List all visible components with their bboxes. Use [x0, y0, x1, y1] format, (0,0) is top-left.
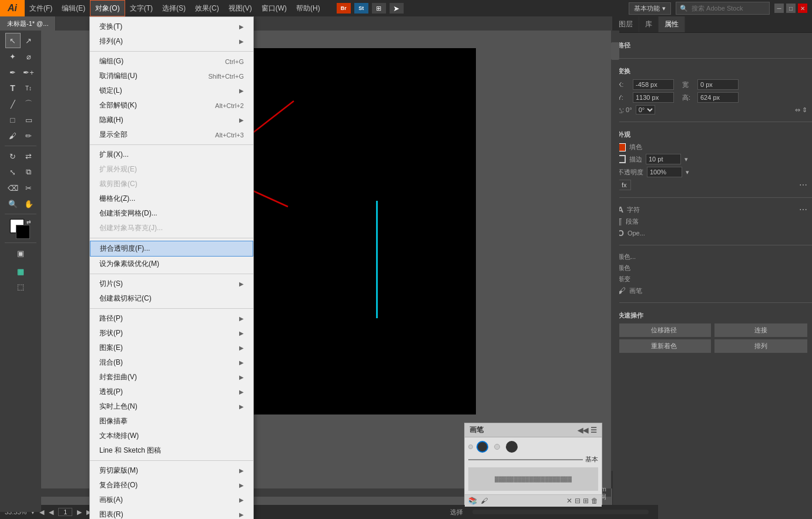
- brush-trash-icon[interactable]: ⊞: [583, 497, 589, 505]
- menu-line-sketch[interactable]: Line 和 Sketch 图稿: [90, 443, 253, 458]
- scissors-tool[interactable]: ✂: [21, 180, 36, 196]
- align-button[interactable]: 排列: [714, 339, 808, 353]
- tab-library[interactable]: 库: [639, 16, 659, 32]
- menu-pattern[interactable]: 图案(E) ▶: [90, 341, 253, 355]
- brush-add-icon[interactable]: ✕: [566, 497, 572, 505]
- lasso-tool[interactable]: ⌀: [21, 49, 36, 64]
- h-input[interactable]: [697, 92, 739, 103]
- scale-tool[interactable]: ⤡: [5, 164, 21, 180]
- st-button[interactable]: St: [354, 3, 368, 14]
- fx-button[interactable]: fx: [618, 180, 631, 190]
- menu-transform[interactable]: 变换(T) ▶: [90, 19, 253, 34]
- brush-settings-icon[interactable]: 🗑: [591, 497, 598, 505]
- brush-copy-icon[interactable]: ⊟: [575, 497, 581, 505]
- rect-tool[interactable]: □: [5, 112, 21, 127]
- line-tool[interactable]: ╱: [5, 96, 21, 112]
- menu-file[interactable]: 文件(F): [25, 0, 57, 16]
- type-tool[interactable]: T: [5, 80, 21, 96]
- swap-colors-icon[interactable]: ⇄: [26, 219, 31, 225]
- menu-show-all[interactable]: 显示全部 Alt+Ctrl+3: [90, 127, 253, 142]
- menu-select[interactable]: 选择(S): [157, 0, 190, 16]
- menu-compound-path[interactable]: 复合路径(O) ▶: [90, 478, 253, 493]
- menu-graph[interactable]: 图表(R) ▶: [90, 507, 253, 519]
- brush-tool[interactable]: 🖌: [5, 128, 21, 143]
- menu-path[interactable]: 路径(P) ▶: [90, 311, 253, 326]
- search-input[interactable]: [688, 4, 764, 13]
- menu-unlock-all[interactable]: 全部解锁(K) Alt+Ctrl+2: [90, 98, 253, 113]
- menu-perspective[interactable]: 透视(P) ▶: [90, 385, 253, 399]
- rotate-tool[interactable]: ↻: [5, 149, 21, 164]
- document-tab[interactable]: 未标题-1* @...: [0, 16, 56, 31]
- change-screen-mode[interactable]: ▣: [13, 245, 28, 261]
- menu-live-paint[interactable]: 实时上色(N) ▶: [90, 399, 253, 414]
- menu-image-trace[interactable]: 图像描摹: [90, 414, 253, 429]
- opacity-input[interactable]: [647, 167, 682, 177]
- brush-dot-4[interactable]: [506, 441, 518, 453]
- brush-dot-1[interactable]: [468, 444, 473, 449]
- canvas-scrollbar-v[interactable]: [611, 31, 619, 471]
- artboard-tool[interactable]: ⬚: [13, 279, 28, 294]
- menu-group-item[interactable]: 编组(G) Ctrl+G: [90, 54, 253, 69]
- direct-select-tool[interactable]: ↗: [21, 33, 36, 48]
- prev-frame[interactable]: ◀: [49, 508, 53, 516]
- opacity-arrow[interactable]: ▾: [686, 168, 689, 176]
- menu-hide[interactable]: 隐藏(H) ▶: [90, 113, 253, 127]
- page-input[interactable]: [58, 508, 72, 516]
- stroke-up-down[interactable]: ▾: [685, 156, 688, 163]
- scroll-thumb-v[interactable]: [611, 42, 619, 60]
- recolor-button[interactable]: 重新着色: [618, 339, 711, 353]
- menu-ungroup[interactable]: 取消编组(U) Shift+Ctrl+G: [90, 69, 253, 83]
- hand-tool[interactable]: ✋: [21, 196, 36, 211]
- angle-select[interactable]: 0°: [636, 105, 655, 114]
- zoom-tool[interactable]: 🔍: [5, 196, 21, 211]
- brush-new-icon[interactable]: 🖌: [481, 497, 488, 505]
- pen-tool[interactable]: ✒: [5, 65, 21, 80]
- menu-pixel-optimize[interactable]: 设为像素级优化(M): [90, 257, 253, 271]
- more-options-icon[interactable]: ⋯: [799, 180, 807, 190]
- menu-shape[interactable]: 形状(P) ▶: [90, 326, 253, 341]
- menu-text[interactable]: 文字(T): [125, 0, 157, 16]
- brush-dot-3[interactable]: [494, 444, 500, 450]
- blob-brush-tool[interactable]: ✏: [21, 128, 36, 143]
- stroke-color[interactable]: [16, 225, 30, 239]
- join-button[interactable]: 连接: [714, 323, 808, 337]
- menu-expand[interactable]: 扩展(X)...: [90, 147, 253, 162]
- brush-panel-menu[interactable]: ☰: [590, 426, 597, 434]
- menu-gradient-mesh[interactable]: 创建渐变网格(D)...: [90, 206, 253, 221]
- menu-crop-marks[interactable]: 创建裁切标记(C): [90, 291, 253, 306]
- menu-text-wrap[interactable]: 文本绕排(W): [90, 429, 253, 443]
- brush-panel-collapse[interactable]: ◀◀: [578, 426, 588, 434]
- y-input[interactable]: [633, 92, 674, 103]
- touch-type-tool[interactable]: T↕: [21, 80, 36, 96]
- brush-lib-icon[interactable]: 📚: [468, 497, 477, 505]
- next-frame[interactable]: ▶: [77, 508, 82, 516]
- menu-artboard[interactable]: 画板(A) ▶: [90, 493, 253, 507]
- eraser-tool[interactable]: ⌫: [5, 180, 21, 196]
- menu-edit[interactable]: 编辑(E): [57, 0, 90, 16]
- brush-dot-2[interactable]: [477, 441, 488, 453]
- br-button[interactable]: Br: [337, 3, 351, 14]
- menu-blend[interactable]: 混合(B) ▶: [90, 355, 253, 370]
- arc-tool[interactable]: ⌒: [21, 96, 36, 112]
- menu-rasterize[interactable]: 栅格化(Z)...: [90, 191, 253, 206]
- reflect-tool[interactable]: ⇄: [21, 149, 36, 164]
- menu-help[interactable]: 帮助(H): [291, 0, 325, 16]
- menu-view[interactable]: 视图(V): [224, 0, 257, 16]
- add-anchor-tool[interactable]: ✒+: [21, 65, 36, 80]
- stroke-value-input[interactable]: [646, 154, 681, 164]
- rounded-rect-tool[interactable]: ▭: [21, 112, 36, 127]
- restore-button[interactable]: □: [786, 4, 796, 13]
- tab-properties[interactable]: 属性: [659, 16, 685, 32]
- magic-wand-tool[interactable]: ✦: [5, 49, 21, 64]
- close-button[interactable]: ✕: [798, 4, 807, 13]
- menu-window[interactable]: 窗口(W): [257, 0, 291, 16]
- menu-object[interactable]: 对象(O): [90, 0, 125, 16]
- menu-clipping-mask[interactable]: 剪切蒙版(M) ▶: [90, 463, 253, 478]
- menu-slice[interactable]: 切片(S) ▶: [90, 277, 253, 291]
- menu-arrange[interactable]: 排列(A) ▶: [90, 34, 253, 49]
- graph-tool[interactable]: ▦: [13, 264, 28, 279]
- font-more-icon[interactable]: ⋯: [799, 205, 807, 214]
- x-input[interactable]: [633, 79, 674, 90]
- w-input[interactable]: [697, 79, 739, 90]
- menu-envelope[interactable]: 封套扭曲(V) ▶: [90, 370, 253, 385]
